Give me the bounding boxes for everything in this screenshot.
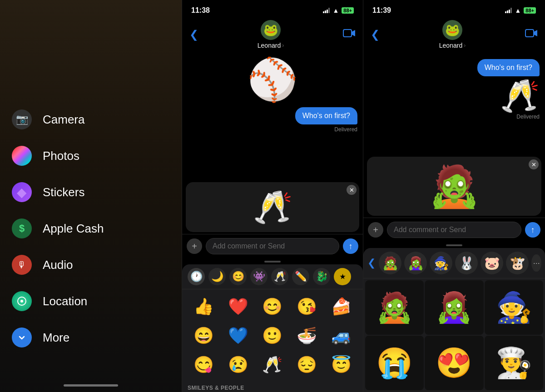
contact-name-mid: Leonard ›	[258, 42, 284, 49]
menu-label-applecash: Apple Cash	[43, 222, 104, 236]
message-input-right[interactable]: Add comment or Send	[387, 222, 521, 238]
emoji-smile[interactable]: 😊	[256, 293, 289, 320]
emoji-cry[interactable]: 😢	[222, 351, 255, 378]
sent-msg-group: Who's on first? Delivered	[188, 107, 357, 133]
back-button-right[interactable]: ❮	[371, 28, 380, 41]
menu-item-photos[interactable]: Photos	[5, 138, 177, 174]
emoji-blueheart[interactable]: 💙	[222, 322, 255, 349]
emoji-grin[interactable]: 😄	[188, 322, 220, 349]
emoji-champagne-2[interactable]: 🥂	[256, 351, 289, 378]
tab-night[interactable]: 🌙	[208, 268, 226, 285]
svg-point-1	[20, 300, 23, 303]
tab-yellow[interactable]: ★	[334, 268, 351, 285]
contact-header-right[interactable]: 🐸 Leonard ›	[439, 20, 466, 49]
memoji-tab-cow[interactable]: 🐮	[506, 252, 529, 274]
home-indicator	[64, 384, 118, 387]
applecash-icon: $	[12, 218, 32, 238]
tab-dragon[interactable]: 🐉	[313, 268, 330, 285]
send-button-right[interactable]: ↑	[525, 222, 540, 238]
video-button-mid[interactable]	[343, 28, 356, 41]
memoji-tab-zombie[interactable]: 🧟	[379, 252, 401, 274]
emoji-grid-mid: 👍 ❤️ 😊 😘 🍰 😄 💙 🙂 🍜 🚙 😋 😢 🥂 😔 😇	[182, 289, 363, 382]
nav-bar-right: ❮ 🐸 Leonard ›	[363, 18, 545, 55]
emoji-kiss[interactable]: 😘	[291, 293, 323, 320]
sent-msg-right: Who's on first?	[369, 59, 540, 76]
right-panel: 11:39 ▲ 88+ ❮ 🐸 Leonard ›	[363, 0, 545, 392]
signal-icon-mid	[323, 8, 330, 13]
memoji-chef[interactable]: 👨‍🍳	[485, 336, 543, 390]
menu-label-more: More	[43, 331, 69, 345]
menu-item-stickers[interactable]: ◆ Stickers	[5, 174, 177, 210]
memoji-preview-emoji: 🧟	[429, 166, 480, 207]
menu-item-audio[interactable]: 🎙 Audio	[5, 247, 177, 283]
memoji-thumbsup[interactable]: 🧟	[365, 280, 424, 335]
memoji-picker-right: ❮ 🧟 🧟‍♀️ 🧙 🐰 🐷 🐮 ··· 🧟 🧟‍♀️ 🧙 😭 😍	[363, 248, 545, 392]
memoji-tab-more[interactable]: ···	[531, 254, 541, 272]
menu-list: 📷 Camera Photos ◆ Stickers $ Apple Cash …	[0, 101, 182, 356]
back-button-mid[interactable]: ❮	[189, 28, 198, 41]
bubble-sent-right: Who's on first?	[477, 59, 540, 76]
contact-header-mid[interactable]: 🐸 Leonard ›	[258, 20, 284, 49]
svg-rect-3	[525, 30, 534, 37]
picker-tabs-mid: 🕐 🌙 😊 👾 🥂 ✏️ 🐉 ★	[182, 264, 363, 289]
status-bar-right: 11:39 ▲ 88+	[363, 0, 545, 18]
emoji-angel[interactable]: 😇	[325, 351, 357, 378]
emoji-cake[interactable]: 🍰	[325, 293, 357, 320]
status-time-mid: 11:38	[191, 6, 210, 15]
stickers-icon: ◆	[12, 182, 32, 202]
plus-button-mid[interactable]: +	[187, 238, 202, 254]
tab-alien[interactable]: 👾	[250, 268, 268, 285]
delivered-label-mid: Delivered	[334, 126, 357, 133]
emoji-heart[interactable]: ❤️	[222, 293, 255, 320]
memoji-preview-right: 🧟 ✕	[367, 157, 541, 216]
emoji-car[interactable]: 🚙	[325, 322, 357, 349]
emoji-noodle[interactable]: 🍜	[291, 322, 323, 349]
photos-icon	[12, 146, 32, 166]
emoji-yum[interactable]: 😋	[188, 351, 220, 378]
menu-label-stickers: Stickers	[43, 185, 84, 199]
avatar-right: 🐸	[442, 20, 462, 40]
message-input-mid[interactable]: Add comment or Send	[206, 238, 339, 254]
memoji-tabs-right: ❮ 🧟 🧟‍♀️ 🧙 🐰 🐷 🐮 ···	[363, 248, 545, 278]
video-button-right[interactable]	[525, 28, 538, 41]
memoji-back-button[interactable]: ❮	[367, 255, 376, 271]
message-area-right: Who's on first? 🥂 Delivered	[363, 55, 545, 155]
menu-item-location[interactable]: Location	[5, 283, 177, 319]
menu-label-location: Location	[43, 294, 87, 308]
svg-rect-2	[343, 30, 352, 37]
menu-item-more[interactable]: More	[5, 319, 177, 356]
tab-champagne[interactable]: 🥂	[271, 268, 288, 285]
status-icons-right: ▲ 88+	[505, 7, 536, 14]
send-button-mid[interactable]: ↑	[343, 238, 358, 254]
menu-item-camera[interactable]: 📷 Camera	[5, 101, 177, 138]
memoji-cry[interactable]: 😭	[365, 336, 424, 390]
memoji-tab-bunny[interactable]: 🐰	[455, 252, 478, 274]
menu-item-applecash[interactable]: $ Apple Cash	[5, 210, 177, 247]
tab-recent[interactable]: 🕐	[188, 268, 205, 285]
sticker-preview-emoji: 🥂	[253, 189, 292, 226]
emoji-thumbsup[interactable]: 👍	[188, 293, 220, 320]
contact-name-right: Leonard ›	[439, 42, 466, 49]
more-icon	[12, 327, 32, 347]
input-bar-mid: + Add comment or Send ↑	[182, 234, 363, 258]
tab-emoji[interactable]: 😊	[229, 268, 247, 285]
menu-label-audio: Audio	[43, 258, 73, 272]
sticker-close-button[interactable]: ✕	[347, 185, 357, 195]
memoji-tab-pig[interactable]: 🐷	[481, 252, 503, 274]
input-bar-right: + Add comment or Send ↑	[363, 218, 545, 242]
sticker-picker-mid: 🕐 🌙 😊 👾 🥂 ✏️ 🐉 ★ 👍 ❤️ 😊 😘 🍰 😄 💙 🙂 🍜 🚙 😋 …	[182, 264, 363, 392]
memoji-wave[interactable]: 🧟‍♀️	[425, 280, 483, 335]
delivered-right: Delivered	[516, 114, 540, 120]
memoji-close-button[interactable]: ✕	[529, 159, 539, 169]
memoji-hi[interactable]: 🧙	[485, 280, 543, 335]
memoji-tab-hearts[interactable]: 🧟‍♀️	[404, 252, 427, 274]
sticker-preview-mid: 🥂 ✕	[186, 182, 359, 232]
tab-pencil[interactable]: ✏️	[292, 268, 309, 285]
memoji-love[interactable]: 😍	[425, 336, 483, 390]
plus-button-right[interactable]: +	[368, 222, 383, 238]
avatar-mid: 🐸	[261, 20, 281, 40]
emoji-pensive[interactable]: 😔	[291, 351, 323, 378]
memoji-tab-hat[interactable]: 🧙	[430, 252, 452, 274]
emoji-slight-smile[interactable]: 🙂	[256, 322, 289, 349]
left-panel: 📷 Camera Photos ◆ Stickers $ Apple Cash …	[0, 0, 182, 392]
